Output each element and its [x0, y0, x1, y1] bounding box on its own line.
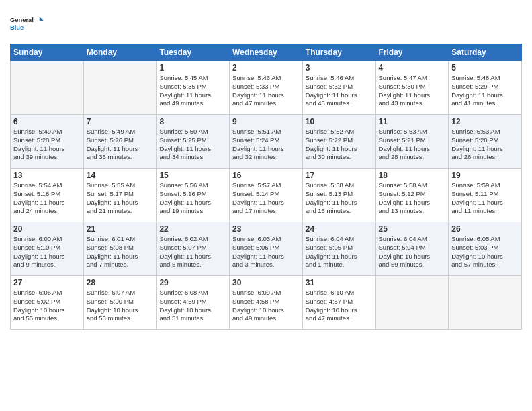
logo-svg: General Blue — [10, 10, 44, 37]
calendar-week-row: 13Sunrise: 5:54 AM Sunset: 5:18 PM Dayli… — [11, 169, 522, 222]
weekday-header-tuesday: Tuesday — [157, 44, 230, 61]
day-info: Sunrise: 5:53 AM Sunset: 5:21 PM Dayligh… — [379, 128, 446, 162]
day-number: 4 — [379, 63, 446, 73]
logo-container: General Blue — [10, 10, 44, 37]
day-info: Sunrise: 5:53 AM Sunset: 5:20 PM Dayligh… — [451, 128, 519, 162]
day-number: 1 — [159, 63, 226, 73]
calendar-day-cell: 20Sunrise: 6:00 AM Sunset: 5:10 PM Dayli… — [11, 222, 84, 276]
weekday-header-thursday: Thursday — [302, 44, 375, 61]
day-info: Sunrise: 5:49 AM Sunset: 5:28 PM Dayligh… — [13, 128, 81, 162]
calendar-day-cell: 17Sunrise: 5:58 AM Sunset: 5:13 PM Dayli… — [302, 169, 375, 222]
day-number: 19 — [451, 171, 519, 180]
calendar-day-cell: 3Sunrise: 5:46 AM Sunset: 5:32 PM Daylig… — [302, 61, 375, 115]
logo: General Blue — [10, 10, 44, 37]
day-info: Sunrise: 5:46 AM Sunset: 5:32 PM Dayligh… — [306, 74, 373, 108]
calendar-day-cell: 6Sunrise: 5:49 AM Sunset: 5:28 PM Daylig… — [11, 115, 84, 169]
calendar-day-cell: 27Sunrise: 6:06 AM Sunset: 5:02 PM Dayli… — [11, 276, 84, 330]
day-number: 24 — [306, 224, 373, 234]
day-info: Sunrise: 5:48 AM Sunset: 5:29 PM Dayligh… — [451, 74, 519, 108]
calendar-day-cell: 12Sunrise: 5:53 AM Sunset: 5:20 PM Dayli… — [449, 115, 522, 169]
day-info: Sunrise: 6:03 AM Sunset: 5:06 PM Dayligh… — [232, 235, 300, 269]
day-info: Sunrise: 5:45 AM Sunset: 5:35 PM Dayligh… — [159, 74, 226, 108]
calendar-day-cell: 21Sunrise: 6:01 AM Sunset: 5:08 PM Dayli… — [83, 222, 157, 276]
calendar-day-cell — [83, 61, 157, 115]
calendar-day-cell: 13Sunrise: 5:54 AM Sunset: 5:18 PM Dayli… — [11, 169, 84, 222]
day-number: 15 — [159, 171, 226, 180]
calendar-day-cell: 9Sunrise: 5:51 AM Sunset: 5:24 PM Daylig… — [230, 115, 303, 169]
day-info: Sunrise: 6:07 AM Sunset: 5:00 PM Dayligh… — [87, 289, 154, 323]
day-number: 5 — [451, 63, 519, 73]
day-number: 3 — [306, 63, 373, 73]
day-number: 12 — [451, 117, 519, 126]
day-info: Sunrise: 5:58 AM Sunset: 5:12 PM Dayligh… — [379, 181, 446, 216]
day-info: Sunrise: 5:58 AM Sunset: 5:13 PM Dayligh… — [306, 181, 373, 216]
day-info: Sunrise: 5:54 AM Sunset: 5:18 PM Dayligh… — [13, 181, 81, 216]
day-number: 13 — [13, 171, 81, 180]
day-number: 31 — [306, 278, 373, 287]
day-number: 21 — [87, 224, 154, 234]
day-number: 17 — [306, 171, 373, 180]
day-number: 28 — [87, 278, 154, 287]
calendar-day-cell: 18Sunrise: 5:58 AM Sunset: 5:12 PM Dayli… — [375, 169, 449, 222]
day-number: 22 — [159, 224, 226, 234]
calendar-day-cell: 28Sunrise: 6:07 AM Sunset: 5:00 PM Dayli… — [83, 276, 157, 330]
header: General Blue — [10, 10, 522, 37]
calendar-week-row: 6Sunrise: 5:49 AM Sunset: 5:28 PM Daylig… — [11, 115, 522, 169]
day-info: Sunrise: 6:04 AM Sunset: 5:04 PM Dayligh… — [379, 235, 446, 269]
calendar-day-cell: 7Sunrise: 5:49 AM Sunset: 5:26 PM Daylig… — [83, 115, 157, 169]
calendar-day-cell: 23Sunrise: 6:03 AM Sunset: 5:06 PM Dayli… — [230, 222, 303, 276]
svg-marker-2 — [40, 17, 44, 21]
weekday-header-saturday: Saturday — [449, 44, 522, 61]
calendar-day-cell: 8Sunrise: 5:50 AM Sunset: 5:25 PM Daylig… — [157, 115, 230, 169]
day-info: Sunrise: 6:05 AM Sunset: 5:03 PM Dayligh… — [451, 235, 519, 269]
weekday-header-wednesday: Wednesday — [230, 44, 303, 61]
day-info: Sunrise: 6:04 AM Sunset: 5:05 PM Dayligh… — [306, 235, 373, 269]
day-info: Sunrise: 5:50 AM Sunset: 5:25 PM Dayligh… — [159, 128, 226, 162]
day-info: Sunrise: 5:55 AM Sunset: 5:17 PM Dayligh… — [87, 181, 154, 216]
day-number: 11 — [379, 117, 446, 126]
calendar-day-cell: 22Sunrise: 6:02 AM Sunset: 5:07 PM Dayli… — [157, 222, 230, 276]
calendar-day-cell: 10Sunrise: 5:52 AM Sunset: 5:22 PM Dayli… — [302, 115, 375, 169]
weekday-header-monday: Monday — [83, 44, 157, 61]
day-number: 9 — [232, 117, 300, 126]
day-number: 2 — [232, 63, 300, 73]
calendar-week-row: 27Sunrise: 6:06 AM Sunset: 5:02 PM Dayli… — [11, 276, 522, 330]
svg-text:Blue: Blue — [10, 24, 24, 31]
calendar-day-cell: 14Sunrise: 5:55 AM Sunset: 5:17 PM Dayli… — [83, 169, 157, 222]
calendar-day-cell: 31Sunrise: 6:10 AM Sunset: 4:57 PM Dayli… — [302, 276, 375, 330]
day-info: Sunrise: 6:00 AM Sunset: 5:10 PM Dayligh… — [13, 235, 81, 269]
calendar-day-cell: 2Sunrise: 5:46 AM Sunset: 5:33 PM Daylig… — [230, 61, 303, 115]
day-number: 6 — [13, 117, 81, 126]
day-number: 30 — [232, 278, 300, 287]
calendar-day-cell: 29Sunrise: 6:08 AM Sunset: 4:59 PM Dayli… — [157, 276, 230, 330]
calendar-day-cell: 4Sunrise: 5:47 AM Sunset: 5:30 PM Daylig… — [375, 61, 449, 115]
calendar-day-cell — [449, 276, 522, 330]
calendar-day-cell: 30Sunrise: 6:09 AM Sunset: 4:58 PM Dayli… — [230, 276, 303, 330]
calendar-week-row: 1Sunrise: 5:45 AM Sunset: 5:35 PM Daylig… — [11, 61, 522, 115]
calendar-week-row: 20Sunrise: 6:00 AM Sunset: 5:10 PM Dayli… — [11, 222, 522, 276]
weekday-header-sunday: Sunday — [11, 44, 84, 61]
day-number: 25 — [379, 224, 446, 234]
calendar-day-cell: 5Sunrise: 5:48 AM Sunset: 5:29 PM Daylig… — [449, 61, 522, 115]
day-info: Sunrise: 5:57 AM Sunset: 5:14 PM Dayligh… — [232, 181, 300, 216]
day-info: Sunrise: 5:56 AM Sunset: 5:16 PM Dayligh… — [159, 181, 226, 216]
day-info: Sunrise: 5:51 AM Sunset: 5:24 PM Dayligh… — [232, 128, 300, 162]
svg-text:General: General — [10, 17, 34, 24]
day-info: Sunrise: 6:09 AM Sunset: 4:58 PM Dayligh… — [232, 289, 300, 323]
day-info: Sunrise: 6:10 AM Sunset: 4:57 PM Dayligh… — [306, 289, 373, 323]
calendar-day-cell: 24Sunrise: 6:04 AM Sunset: 5:05 PM Dayli… — [302, 222, 375, 276]
day-info: Sunrise: 5:52 AM Sunset: 5:22 PM Dayligh… — [306, 128, 373, 162]
day-number: 18 — [379, 171, 446, 180]
calendar-day-cell: 16Sunrise: 5:57 AM Sunset: 5:14 PM Dayli… — [230, 169, 303, 222]
calendar-day-cell: 19Sunrise: 5:59 AM Sunset: 5:11 PM Dayli… — [449, 169, 522, 222]
day-number: 23 — [232, 224, 300, 234]
day-number: 7 — [87, 117, 154, 126]
day-number: 16 — [232, 171, 300, 180]
day-info: Sunrise: 5:46 AM Sunset: 5:33 PM Dayligh… — [232, 74, 300, 108]
day-info: Sunrise: 5:47 AM Sunset: 5:30 PM Dayligh… — [379, 74, 446, 108]
weekday-header-row: SundayMondayTuesdayWednesdayThursdayFrid… — [11, 44, 522, 61]
day-info: Sunrise: 6:01 AM Sunset: 5:08 PM Dayligh… — [87, 235, 154, 269]
day-number: 8 — [159, 117, 226, 126]
calendar-page: General Blue SundayMondayTuesdayWednesda… — [0, 0, 532, 411]
calendar-day-cell: 26Sunrise: 6:05 AM Sunset: 5:03 PM Dayli… — [449, 222, 522, 276]
